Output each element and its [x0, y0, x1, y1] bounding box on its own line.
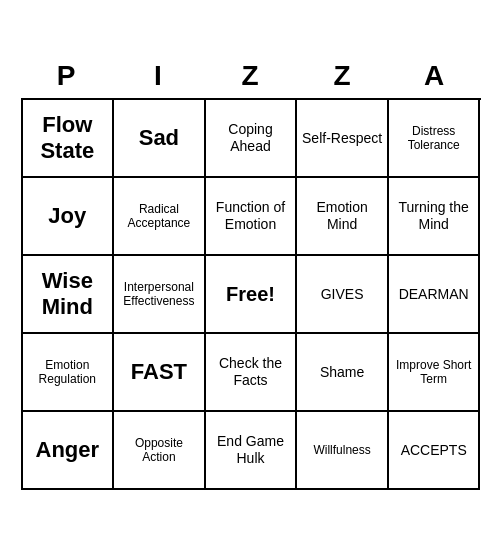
bingo-cell-0-3: Self-Respect [297, 100, 389, 178]
cell-text-4-4: ACCEPTS [401, 442, 467, 459]
cell-text-4-2: End Game Hulk [210, 433, 292, 467]
bingo-cell-2-1: Interpersonal Effectiveness [114, 256, 206, 334]
header-letter-A: A [389, 54, 481, 98]
cell-text-3-2: Check the Facts [210, 355, 292, 389]
bingo-cell-4-1: Opposite Action [114, 412, 206, 490]
bingo-cell-4-3: Willfulness [297, 412, 389, 490]
cell-text-1-1: Radical Acceptance [118, 202, 200, 231]
cell-text-1-4: Turning the Mind [393, 199, 475, 233]
cell-text-4-3: Willfulness [313, 443, 370, 457]
bingo-grid: Flow StateSadCoping AheadSelf-RespectDis… [21, 98, 481, 490]
cell-text-2-4: DEARMAN [399, 286, 469, 303]
bingo-cell-1-3: Emotion Mind [297, 178, 389, 256]
bingo-cell-3-1: FAST [114, 334, 206, 412]
cell-text-3-1: FAST [131, 359, 187, 385]
bingo-cell-2-3: GIVES [297, 256, 389, 334]
cell-text-2-2: Free! [226, 282, 275, 306]
bingo-cell-3-0: Emotion Regulation [23, 334, 115, 412]
header-letter-Z: Z [205, 54, 297, 98]
bingo-cell-4-4: ACCEPTS [389, 412, 481, 490]
cell-text-1-2: Function of Emotion [210, 199, 292, 233]
bingo-cell-4-2: End Game Hulk [206, 412, 298, 490]
cell-text-0-1: Sad [139, 125, 179, 151]
bingo-cell-0-1: Sad [114, 100, 206, 178]
bingo-cell-2-2: Free! [206, 256, 298, 334]
bingo-header: PIZZA [21, 54, 481, 98]
bingo-cell-3-3: Shame [297, 334, 389, 412]
bingo-cell-3-2: Check the Facts [206, 334, 298, 412]
bingo-cell-0-0: Flow State [23, 100, 115, 178]
cell-text-3-0: Emotion Regulation [27, 358, 109, 387]
cell-text-1-0: Joy [48, 203, 86, 229]
cell-text-3-3: Shame [320, 364, 364, 381]
bingo-cell-0-2: Coping Ahead [206, 100, 298, 178]
bingo-cell-2-0: Wise Mind [23, 256, 115, 334]
header-letter-I: I [113, 54, 205, 98]
bingo-cell-2-4: DEARMAN [389, 256, 481, 334]
bingo-card: PIZZA Flow StateSadCoping AheadSelf-Resp… [21, 54, 481, 490]
bingo-cell-1-4: Turning the Mind [389, 178, 481, 256]
bingo-cell-1-2: Function of Emotion [206, 178, 298, 256]
header-letter-Z: Z [297, 54, 389, 98]
cell-text-0-4: Distress Tolerance [393, 124, 475, 153]
bingo-cell-1-0: Joy [23, 178, 115, 256]
bingo-cell-0-4: Distress Tolerance [389, 100, 481, 178]
bingo-cell-1-1: Radical Acceptance [114, 178, 206, 256]
bingo-cell-4-0: Anger [23, 412, 115, 490]
cell-text-0-0: Flow State [27, 112, 109, 165]
cell-text-0-2: Coping Ahead [210, 121, 292, 155]
cell-text-4-0: Anger [36, 437, 100, 463]
cell-text-2-1: Interpersonal Effectiveness [118, 280, 200, 309]
cell-text-3-4: Improve Short Term [393, 358, 475, 387]
header-letter-P: P [21, 54, 113, 98]
cell-text-2-3: GIVES [321, 286, 364, 303]
bingo-cell-3-4: Improve Short Term [389, 334, 481, 412]
cell-text-0-3: Self-Respect [302, 130, 382, 147]
cell-text-2-0: Wise Mind [27, 268, 109, 321]
cell-text-1-3: Emotion Mind [301, 199, 383, 233]
cell-text-4-1: Opposite Action [118, 436, 200, 465]
